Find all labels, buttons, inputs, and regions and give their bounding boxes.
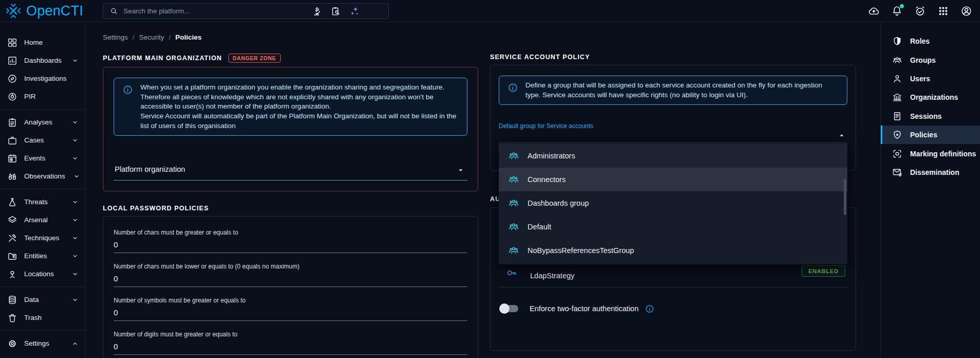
info-paragraph: When you set a platform organization you… [140, 83, 459, 112]
group-dropdown-menu: AdministratorsConnectorsDashboards group… [499, 142, 847, 264]
triggers-button[interactable] [913, 5, 927, 18]
option-dashboards-group[interactable]: Dashboards group [499, 191, 847, 215]
security-nav-marking-definitions[interactable]: Marking definitions [881, 144, 980, 163]
left-nav: HomeDashboardsInvestigationsPIRAnalysesC… [0, 22, 85, 358]
dissemination-icon [892, 167, 902, 177]
sidebar-item-dashboards[interactable]: Dashboards [0, 51, 85, 69]
sidebar-item-analyses[interactable]: Analyses [0, 113, 85, 131]
chevron-down-icon [70, 216, 80, 225]
twofa-toggle[interactable] [501, 305, 518, 312]
app-logo[interactable]: OpenCTI [0, 3, 85, 19]
sidebar-item-observations[interactable]: Observations [0, 167, 85, 185]
sidebar-item-techniques[interactable]: Techniques [0, 229, 85, 247]
data-sharing-button[interactable] [867, 5, 880, 18]
sidebar-item-label: Home [24, 39, 43, 46]
roles-icon [892, 36, 902, 46]
twofa-toggle-thumb [499, 303, 510, 314]
sidebar-item-investigations[interactable]: Investigations [0, 69, 85, 87]
field-value-input[interactable]: 0 [114, 308, 467, 321]
apps-grid-button[interactable] [936, 5, 950, 18]
security-nav-sessions[interactable]: Sessions [881, 107, 980, 126]
info-icon [122, 84, 133, 95]
sidebar-item-label: Observations [24, 172, 65, 180]
sidebar-item-events[interactable]: Events [0, 149, 85, 167]
clipboard-search-icon[interactable] [331, 6, 341, 16]
sidebar-item-home[interactable]: Home [0, 33, 85, 51]
security-nav-dissemination[interactable]: Dissemination [881, 163, 980, 182]
breadcrumb: Settings/Security/Policies [103, 33, 856, 41]
info-paragraph: Service Account will automatically be pa… [140, 112, 459, 131]
enabled-status-badge: ENABLED [802, 265, 845, 277]
default-group-select[interactable]: AdministratorsConnectorsDashboards group… [499, 130, 847, 143]
sidebar-item-trash[interactable]: Trash [0, 309, 85, 327]
option-label: Connectors [528, 175, 566, 184]
security-nav-label: Organizations [910, 93, 958, 101]
arsenal-icon [7, 215, 17, 225]
option-label: NoBypassReferencesTestGroup [528, 246, 634, 255]
nav-divider [0, 330, 85, 331]
breadcrumb-link[interactable]: Settings [103, 33, 128, 41]
microscope-icon[interactable] [312, 6, 322, 16]
sidebar-item-threats[interactable]: Threats [0, 193, 85, 211]
sidebar-item-entities[interactable]: Entities [0, 247, 85, 265]
security-nav-roles[interactable]: Roles [881, 32, 980, 50]
search-action-icons [312, 6, 360, 17]
security-nav-users[interactable]: Users [881, 69, 980, 88]
notifications-button[interactable] [890, 5, 903, 18]
divider [499, 287, 847, 288]
security-nav-policies[interactable]: Policies [881, 126, 980, 144]
field-value-input[interactable]: 0 [114, 240, 467, 253]
strategy-name: LdapStrategy [530, 272, 574, 280]
platform-organization-select[interactable]: Platform organization [114, 165, 467, 181]
trash-icon [7, 313, 17, 323]
password-policies-title: LOCAL PASSWORD POLICIES [103, 205, 209, 212]
sidebar-item-label: Locations [24, 270, 54, 278]
service-account-card: Define a group that will be assigned to … [490, 65, 856, 171]
ai-sparkles-icon[interactable] [349, 6, 360, 17]
security-nav-groups[interactable]: Groups [881, 50, 980, 69]
sidebar-item-pir[interactable]: PIR [0, 87, 85, 105]
marking-icon [892, 149, 902, 159]
option-connectors[interactable]: Connectors [499, 168, 847, 191]
field-value-input[interactable]: 0 [114, 342, 467, 355]
sidebar-item-data[interactable]: Data [0, 291, 85, 309]
option-administrators[interactable]: Administrators [499, 144, 847, 168]
groups-icon [892, 55, 902, 65]
sidebar-item-label: Data [24, 296, 39, 303]
breadcrumb-link[interactable]: Security [139, 33, 165, 41]
field-label: Number of symbols must be greater or equ… [114, 297, 467, 304]
info-icon[interactable] [645, 304, 655, 314]
sessions-icon [892, 111, 902, 121]
chevron-up-icon [70, 339, 80, 348]
chevron-down-icon [70, 198, 80, 207]
users-icon [892, 74, 902, 84]
info-paragraph: Define a group that will be assigned to … [525, 81, 839, 100]
security-nav-label: Groups [910, 56, 936, 64]
search-icon [110, 7, 118, 15]
main-content: Settings/Security/Policies PLATFORM MAIN… [85, 22, 880, 358]
policies-icon [892, 130, 902, 140]
sidebar-item-locations[interactable]: Locations [0, 265, 85, 283]
nav-divider [0, 189, 85, 189]
sidebar-item-label: Cases [24, 136, 44, 144]
chevron-down-icon [70, 234, 80, 243]
search-input[interactable] [123, 7, 307, 15]
security-nav-label: Users [910, 75, 930, 83]
option-nobypassreferencestestgroup[interactable]: NoBypassReferencesTestGroup [499, 239, 847, 262]
observations-icon [7, 171, 17, 182]
sidebar-item-cases[interactable]: Cases [0, 131, 85, 149]
option-default[interactable]: Default [499, 215, 847, 239]
breadcrumb-separator: / [169, 33, 171, 41]
sidebar-item-settings[interactable]: Settings [0, 334, 85, 352]
security-nav-organizations[interactable]: Organizations [881, 88, 980, 106]
profile-button[interactable] [959, 5, 973, 18]
field-value-input[interactable]: 0 [114, 274, 467, 287]
dropdown-scrollbar[interactable] [844, 179, 846, 215]
global-search[interactable] [103, 3, 389, 19]
sidebar-item-arsenal[interactable]: Arsenal [0, 211, 85, 229]
groups-icon [508, 174, 519, 185]
sidebar-item-label: Investigations [24, 75, 67, 82]
caret-down-icon [456, 166, 465, 175]
security-nav-label: Dissemination [910, 168, 959, 176]
dropdown-options: AdministratorsConnectorsDashboards group… [499, 144, 847, 262]
